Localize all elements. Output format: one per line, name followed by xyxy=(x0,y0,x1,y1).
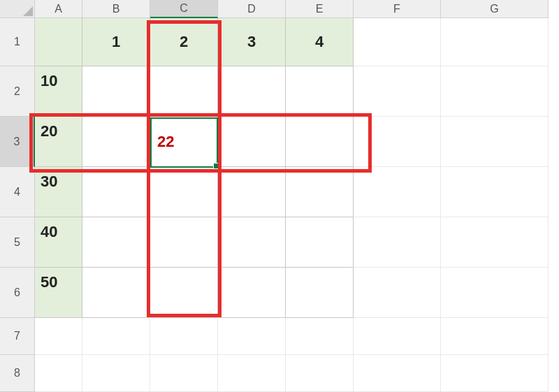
cell-a7[interactable] xyxy=(35,318,82,355)
cell-a2[interactable]: 10 xyxy=(35,66,82,117)
row-header-1[interactable]: 1 xyxy=(0,18,35,66)
cell-g5[interactable] xyxy=(441,217,549,268)
cell-b4[interactable] xyxy=(82,167,150,217)
cell-g7[interactable] xyxy=(441,318,549,355)
cell-a8[interactable] xyxy=(35,355,82,392)
row-header-4[interactable]: 4 xyxy=(0,167,35,217)
cell-f6[interactable] xyxy=(354,268,441,318)
cell-a1[interactable] xyxy=(35,18,82,66)
cell-a4[interactable]: 30 xyxy=(35,167,82,217)
cell-e1[interactable]: 4 xyxy=(286,18,354,66)
cell-e5[interactable] xyxy=(286,217,354,268)
cell-e7[interactable] xyxy=(286,318,354,355)
cell-c7[interactable] xyxy=(150,318,218,355)
row-header-2[interactable]: 2 xyxy=(0,66,35,117)
cell-g1[interactable] xyxy=(441,18,549,66)
cell-f8[interactable] xyxy=(354,355,441,392)
cell-e3[interactable] xyxy=(286,117,354,167)
cell-d1[interactable]: 3 xyxy=(218,18,286,66)
cell-c4[interactable] xyxy=(150,167,218,217)
col-header-c[interactable]: C xyxy=(150,0,218,18)
cell-e4[interactable] xyxy=(286,167,354,217)
cell-c3[interactable]: 22 xyxy=(150,117,218,167)
cell-f3[interactable] xyxy=(354,117,441,167)
cell-g8[interactable] xyxy=(441,355,549,392)
cell-c1[interactable]: 2 xyxy=(150,18,218,66)
cell-c6[interactable] xyxy=(150,268,218,318)
row-header-6[interactable]: 6 xyxy=(0,268,35,318)
cell-b5[interactable] xyxy=(82,217,150,268)
cell-g4[interactable] xyxy=(441,167,549,217)
cell-d5[interactable] xyxy=(218,217,286,268)
row-header-3[interactable]: 3 xyxy=(0,117,35,167)
cell-f4[interactable] xyxy=(354,167,441,217)
cell-d7[interactable] xyxy=(218,318,286,355)
cell-b3[interactable] xyxy=(82,117,150,167)
col-header-a[interactable]: A xyxy=(35,0,82,18)
cell-c2[interactable] xyxy=(150,66,218,117)
cell-g6[interactable] xyxy=(441,268,549,318)
cell-d8[interactable] xyxy=(218,355,286,392)
cell-f5[interactable] xyxy=(354,217,441,268)
cell-a6[interactable]: 50 xyxy=(35,268,82,318)
cell-f2[interactable] xyxy=(354,66,441,117)
col-header-f[interactable]: F xyxy=(354,0,441,18)
cell-g3[interactable] xyxy=(441,117,549,167)
cell-a5[interactable]: 40 xyxy=(35,217,82,268)
cell-c5[interactable] xyxy=(150,217,218,268)
cell-f7[interactable] xyxy=(354,318,441,355)
cell-d6[interactable] xyxy=(218,268,286,318)
col-header-d[interactable]: D xyxy=(218,0,286,18)
cell-c8[interactable] xyxy=(150,355,218,392)
cell-b2[interactable] xyxy=(82,66,150,117)
cell-b1[interactable]: 1 xyxy=(82,18,150,66)
cell-b6[interactable] xyxy=(82,268,150,318)
cell-a3[interactable]: 20 xyxy=(35,117,82,167)
col-header-b[interactable]: B xyxy=(82,0,150,18)
cell-d3[interactable] xyxy=(218,117,286,167)
cell-d4[interactable] xyxy=(218,167,286,217)
cell-f1[interactable] xyxy=(354,18,441,66)
select-all-corner[interactable] xyxy=(0,0,35,18)
col-header-e[interactable]: E xyxy=(286,0,354,18)
cell-e2[interactable] xyxy=(286,66,354,117)
col-header-g[interactable]: G xyxy=(441,0,549,18)
row-header-8[interactable]: 8 xyxy=(0,355,35,392)
cell-d2[interactable] xyxy=(218,66,286,117)
cell-b8[interactable] xyxy=(82,355,150,392)
cell-e6[interactable] xyxy=(286,268,354,318)
cell-g2[interactable] xyxy=(441,66,549,117)
row-header-7[interactable]: 7 xyxy=(0,318,35,355)
cell-e8[interactable] xyxy=(286,355,354,392)
cell-b7[interactable] xyxy=(82,318,150,355)
row-header-5[interactable]: 5 xyxy=(0,217,35,268)
